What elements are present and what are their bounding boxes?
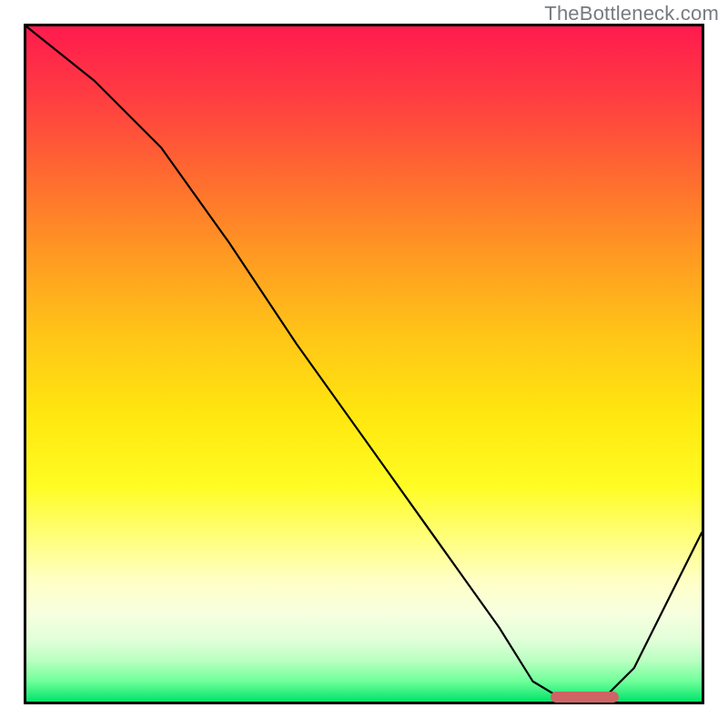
bottleneck-curve: [26, 26, 702, 702]
optimal-range-marker: [551, 692, 619, 703]
chart-plot-area: [24, 24, 704, 704]
watermark-text: TheBottleneck.com: [544, 2, 719, 25]
